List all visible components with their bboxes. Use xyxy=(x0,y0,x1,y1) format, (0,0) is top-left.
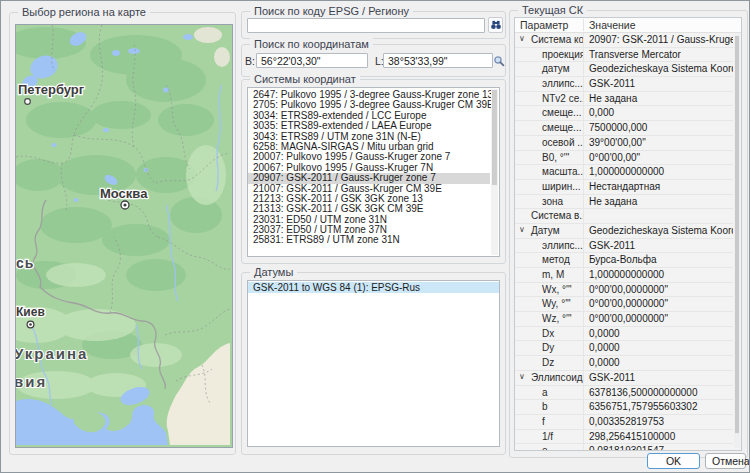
cs-list-item[interactable]: 25831: ETRS89 / UTM zone 31N xyxy=(248,235,490,245)
param-row[interactable]: проекцияTransverse Mercator xyxy=(515,48,733,63)
param-name: NTv2 се... xyxy=(542,92,583,106)
param-value: 0,0000 xyxy=(584,341,733,355)
param-row[interactable]: m, M1,000000000000 xyxy=(515,268,733,283)
param-row[interactable]: Dy0,0000 xyxy=(515,341,733,356)
latitude-input[interactable] xyxy=(256,53,368,68)
coordinate-search-button[interactable] xyxy=(493,53,505,68)
param-row[interactable]: NTv2 се...Не задана xyxy=(515,92,733,107)
longitude-input[interactable] xyxy=(383,53,493,68)
cs-list-scrollbar-thumb[interactable] xyxy=(492,90,497,185)
param-row[interactable]: эллипс...GSK-2011 xyxy=(515,77,733,92)
table-scrollbar[interactable] xyxy=(734,34,740,448)
param-name: смеще... xyxy=(542,121,581,135)
param-value: 39°00'00,00" xyxy=(584,136,733,150)
epsg-search-groupbox: Поиск по коду EPSG / Региону xyxy=(241,11,506,39)
binoculars-search-button[interactable] xyxy=(488,17,503,33)
param-value: 0°00'00,0000000" xyxy=(584,283,733,297)
coord-search-title: Поиск по координатам xyxy=(250,38,373,50)
param-row[interactable]: методБурса-Вольфа xyxy=(515,253,733,268)
param-row[interactable]: эллипс...GSK-2011 xyxy=(515,239,733,254)
param-row[interactable]: e0,081819301547 xyxy=(515,444,733,450)
param-row[interactable]: Wy, °'"0°00'00,0000000" xyxy=(515,297,733,312)
param-row[interactable]: Система в... xyxy=(515,209,733,224)
param-name: эллипс... xyxy=(542,77,583,91)
binoculars-icon xyxy=(490,19,502,31)
epsg-search-title: Поиск по коду EPSG / Региону xyxy=(250,5,413,17)
column-header-value[interactable]: Значение xyxy=(589,18,636,33)
param-row[interactable]: Dz0,0000 xyxy=(515,356,733,371)
param-value: 0,0000 xyxy=(584,356,733,370)
param-row[interactable]: f0,003352819753 xyxy=(515,415,733,430)
param-value: 20907: GSK-2011 / Gauss-Kruger zone 7 xyxy=(584,33,733,47)
param-name: проекция xyxy=(542,48,583,62)
param-value: 0°00'00,0000000" xyxy=(584,297,733,311)
epsg-search-input[interactable] xyxy=(247,18,485,33)
region-map[interactable]: Петербург Москва сь Киев Украина вия xyxy=(15,24,233,448)
cs-list-scrollbar[interactable] xyxy=(491,89,498,255)
magnifier-icon xyxy=(493,55,505,67)
param-name: эллипс... xyxy=(542,239,583,253)
param-row[interactable]: Dx0,0000 xyxy=(515,327,733,342)
param-row[interactable]: масшта...1,000000000000 xyxy=(515,165,733,180)
ok-button[interactable]: OK xyxy=(647,453,700,469)
param-row[interactable]: Wx, °'"0°00'00,0000000" xyxy=(515,283,733,298)
param-name: осевой ... xyxy=(542,136,583,150)
param-value: Не задана xyxy=(584,92,733,106)
param-value xyxy=(584,209,733,223)
param-value: 0,0000 xyxy=(584,327,733,341)
param-value: 0,081819301547 xyxy=(584,444,733,450)
map-groupbox-title: Выбор региона на карте xyxy=(18,6,150,18)
expand-arrow-icon[interactable]: ∨ xyxy=(519,224,525,237)
datum-list-item[interactable]: GSK-2011 to WGS 84 (1): EPSG-Rus xyxy=(248,282,499,293)
map-label-region-partial-1: сь xyxy=(16,255,34,271)
param-row[interactable]: b6356751,757955603302 xyxy=(515,400,733,415)
datums-title: Датумы xyxy=(250,266,297,278)
param-value: Бурса-Вольфа xyxy=(584,253,733,267)
datums-list[interactable]: GSK-2011 to WGS 84 (1): EPSG-Rus xyxy=(247,280,500,447)
param-name: m, M xyxy=(542,268,564,282)
param-name: зона xyxy=(542,195,563,209)
map-label-moscow: Москва xyxy=(100,186,148,201)
expand-arrow-icon[interactable]: ∨ xyxy=(519,371,525,384)
param-row[interactable]: 1/f298,256415100000 xyxy=(515,430,733,445)
cs-list-item[interactable]: 3035: ETRS89-extended / LAEA Europe xyxy=(248,121,490,131)
param-name: 1/f xyxy=(542,430,553,444)
expand-arrow-icon[interactable]: ∨ xyxy=(519,33,525,46)
param-row[interactable]: смеще...7500000,000 xyxy=(515,121,733,136)
coordinate-systems-list[interactable]: 2647: Pulkovo 1995 / 3-degree Gauss-Krug… xyxy=(247,87,500,257)
coordinate-system-dialog: Выбор региона на карте xyxy=(0,0,750,473)
param-name: ширин... xyxy=(542,180,581,194)
param-row[interactable]: a6378136,500000000000 xyxy=(515,386,733,401)
param-row[interactable]: ∨Система ко...20907: GSK-2011 / Gauss-Kr… xyxy=(515,33,733,48)
map-label-petersburg: Петербург xyxy=(18,82,85,97)
param-name: b xyxy=(542,400,548,414)
param-value: Не задана xyxy=(584,195,733,209)
cancel-button[interactable]: Отмена xyxy=(705,453,746,469)
current-cs-table[interactable]: Параметр Значение ∨Система ко...20907: G… xyxy=(514,17,742,451)
param-name: Wz, °'" xyxy=(542,312,571,326)
param-value: 1,000000000000 xyxy=(584,268,733,282)
param-name: Wy, °'" xyxy=(542,297,571,311)
param-row[interactable]: ширин...Нестандартная xyxy=(515,180,733,195)
column-header-parameter[interactable]: Параметр xyxy=(520,18,568,33)
map-label-ukraine: Украина xyxy=(16,345,88,362)
map-svg: Петербург Москва сь Киев Украина вия xyxy=(16,25,230,445)
param-name: масшта... xyxy=(542,165,583,179)
param-name: Dx xyxy=(542,327,554,341)
param-row[interactable]: осевой ...39°00'00,00" xyxy=(515,136,733,151)
param-row[interactable]: ∨ДатумGeodezicheskaya Sistema Koordinat … xyxy=(515,224,733,239)
param-name: датум xyxy=(542,62,570,76)
petersburg-marker-icon xyxy=(25,99,31,105)
param-row[interactable]: смеще...0,000 xyxy=(515,106,733,121)
param-row[interactable]: зонаНе задана xyxy=(515,195,733,210)
param-row[interactable]: B0, °'"0°00'00,00" xyxy=(515,151,733,166)
param-row[interactable]: ∨ЭллипсоидGSK-2011 xyxy=(515,371,733,386)
param-value: 6378136,500000000000 xyxy=(584,386,733,400)
param-row[interactable]: Wz, °'"0°00'00,0000000" xyxy=(515,312,733,327)
table-scrollbar-thumb[interactable] xyxy=(735,36,739,433)
table-header: Параметр Значение xyxy=(515,18,741,33)
param-name: B0, °'" xyxy=(542,151,569,165)
param-value: 1,000000000000 xyxy=(584,165,733,179)
param-row[interactable]: датумGeodezicheskaya Sistema Koordinat 2… xyxy=(515,62,733,77)
cs-list-item[interactable]: 20907: GSK-2011 / Gauss-Kruger zone 7 xyxy=(248,173,490,183)
